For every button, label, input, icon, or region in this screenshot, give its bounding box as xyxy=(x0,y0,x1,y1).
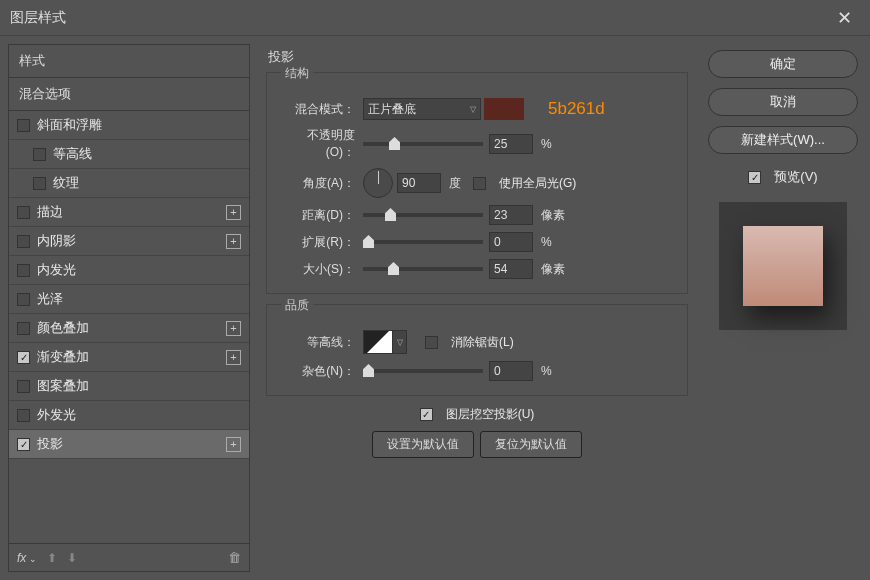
style-item-label: 斜面和浮雕 xyxy=(37,116,102,134)
style-item-2[interactable]: 纹理 xyxy=(9,169,249,198)
style-list: 样式 混合选项 斜面和浮雕等高线纹理描边+内阴影+内发光光泽颜色叠加+渐变叠加+… xyxy=(8,44,250,544)
style-checkbox[interactable] xyxy=(17,438,30,451)
style-checkbox[interactable] xyxy=(17,351,30,364)
size-label: 大小(S)： xyxy=(281,261,363,278)
add-effect-icon[interactable]: + xyxy=(226,234,241,249)
style-item-6[interactable]: 光泽 xyxy=(9,285,249,314)
window-title: 图层样式 xyxy=(10,9,66,27)
style-item-8[interactable]: 渐变叠加+ xyxy=(9,343,249,372)
global-light-checkbox[interactable] xyxy=(473,177,486,190)
noise-unit: % xyxy=(541,364,552,378)
style-checkbox[interactable] xyxy=(17,293,30,306)
opacity-unit: % xyxy=(541,137,552,151)
panel-title: 投影 xyxy=(268,48,688,66)
new-style-button[interactable]: 新建样式(W)... xyxy=(708,126,858,154)
style-item-label: 描边 xyxy=(37,203,63,221)
contour-picker[interactable] xyxy=(363,330,393,354)
distance-label: 距离(D)： xyxy=(281,207,363,224)
distance-unit: 像素 xyxy=(541,207,565,224)
style-checkbox[interactable] xyxy=(17,380,30,393)
add-effect-icon[interactable]: + xyxy=(226,437,241,452)
size-slider[interactable] xyxy=(363,267,483,271)
noise-label: 杂色(N)： xyxy=(281,363,363,380)
style-item-4[interactable]: 内阴影+ xyxy=(9,227,249,256)
spread-slider[interactable] xyxy=(363,240,483,244)
opacity-slider[interactable] xyxy=(363,142,483,146)
noise-input[interactable] xyxy=(489,361,533,381)
arrow-up-icon[interactable]: ⬆ xyxy=(47,551,57,565)
blend-options-header[interactable]: 混合选项 xyxy=(9,78,249,111)
styles-header[interactable]: 样式 xyxy=(9,45,249,78)
set-default-button[interactable]: 设置为默认值 xyxy=(372,431,474,458)
style-checkbox[interactable] xyxy=(33,177,46,190)
style-item-label: 外发光 xyxy=(37,406,76,424)
size-input[interactable] xyxy=(489,259,533,279)
spread-input[interactable] xyxy=(489,232,533,252)
spread-label: 扩展(R)： xyxy=(281,234,363,251)
size-unit: 像素 xyxy=(541,261,565,278)
opacity-input[interactable] xyxy=(489,134,533,154)
style-item-10[interactable]: 外发光 xyxy=(9,401,249,430)
ok-button[interactable]: 确定 xyxy=(708,50,858,78)
antialias-checkbox[interactable] xyxy=(425,336,438,349)
opacity-label: 不透明度(O)： xyxy=(281,127,363,161)
angle-unit: 度 xyxy=(449,175,461,192)
style-item-label: 光泽 xyxy=(37,290,63,308)
style-item-label: 内发光 xyxy=(37,261,76,279)
shadow-color-swatch[interactable] xyxy=(484,98,524,120)
style-item-0[interactable]: 斜面和浮雕 xyxy=(9,111,249,140)
style-item-3[interactable]: 描边+ xyxy=(9,198,249,227)
quality-group: 品质 等高线： ▽ 消除锯齿(L) 杂色(N)： % xyxy=(266,304,688,396)
distance-slider[interactable] xyxy=(363,213,483,217)
style-item-label: 渐变叠加 xyxy=(37,348,89,366)
sidebar-footer: fx ⌄ ⬆ ⬇ 🗑 xyxy=(8,544,250,572)
style-item-7[interactable]: 颜色叠加+ xyxy=(9,314,249,343)
style-item-label: 等高线 xyxy=(53,145,92,163)
style-item-1[interactable]: 等高线 xyxy=(9,140,249,169)
style-checkbox[interactable] xyxy=(17,264,30,277)
angle-dial[interactable] xyxy=(363,168,393,198)
preview-checkbox[interactable] xyxy=(748,171,761,184)
style-checkbox[interactable] xyxy=(17,322,30,335)
angle-input[interactable] xyxy=(397,173,441,193)
style-checkbox[interactable] xyxy=(17,409,30,422)
add-effect-icon[interactable]: + xyxy=(226,350,241,365)
quality-group-title: 品质 xyxy=(281,297,313,314)
arrow-down-icon[interactable]: ⬇ xyxy=(67,551,77,565)
titlebar: 图层样式 ✕ xyxy=(0,0,870,36)
spread-unit: % xyxy=(541,235,552,249)
content: 样式 混合选项 斜面和浮雕等高线纹理描边+内阴影+内发光光泽颜色叠加+渐变叠加+… xyxy=(0,36,870,580)
blend-mode-select[interactable]: 正片叠底 ▽ xyxy=(363,98,481,120)
style-item-label: 投影 xyxy=(37,435,63,453)
structure-group: 结构 混合模式： 正片叠底 ▽ 5b261d 不透明度(O)： % 角度(A)： xyxy=(266,72,688,294)
right-panel: 确定 取消 新建样式(W)... 预览(V) xyxy=(704,44,862,572)
knockout-checkbox[interactable] xyxy=(420,408,433,421)
style-item-9[interactable]: 图案叠加 xyxy=(9,372,249,401)
contour-label: 等高线： xyxy=(281,334,363,351)
close-icon[interactable]: ✕ xyxy=(829,3,860,33)
add-effect-icon[interactable]: + xyxy=(226,321,241,336)
preview-label: 预览(V) xyxy=(774,168,817,186)
distance-input[interactable] xyxy=(489,205,533,225)
angle-label: 角度(A)： xyxy=(281,175,363,192)
noise-slider[interactable] xyxy=(363,369,483,373)
color-hex-annotation: 5b261d xyxy=(548,99,605,119)
style-item-5[interactable]: 内发光 xyxy=(9,256,249,285)
antialias-label: 消除锯齿(L) xyxy=(451,334,514,351)
reset-default-button[interactable]: 复位为默认值 xyxy=(480,431,582,458)
cancel-button[interactable]: 取消 xyxy=(708,88,858,116)
preview-box xyxy=(719,202,847,330)
style-checkbox[interactable] xyxy=(17,206,30,219)
style-checkbox[interactable] xyxy=(17,119,30,132)
style-item-11[interactable]: 投影+ xyxy=(9,430,249,459)
blend-mode-label: 混合模式： xyxy=(281,101,363,118)
style-item-label: 纹理 xyxy=(53,174,79,192)
preview-swatch xyxy=(743,226,823,306)
fx-icon[interactable]: fx ⌄ xyxy=(17,551,37,565)
style-checkbox[interactable] xyxy=(17,235,30,248)
style-item-label: 内阴影 xyxy=(37,232,76,250)
add-effect-icon[interactable]: + xyxy=(226,205,241,220)
trash-icon[interactable]: 🗑 xyxy=(228,550,241,565)
style-checkbox[interactable] xyxy=(33,148,46,161)
contour-arrow[interactable]: ▽ xyxy=(393,330,407,354)
